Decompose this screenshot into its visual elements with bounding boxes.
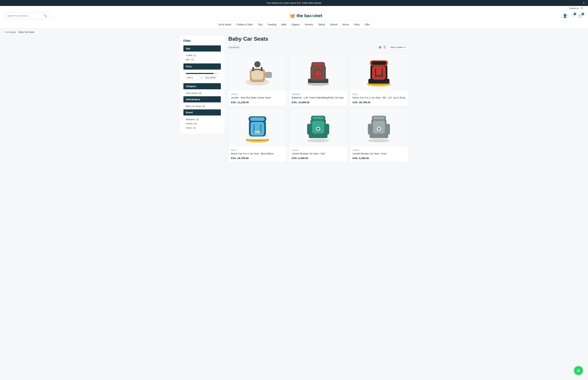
age-label-0-36m: 0-36M: [186, 54, 192, 57]
nav-item-school[interactable]: School: [330, 23, 337, 26]
text-resize-icon[interactable]: Tt: [581, 7, 583, 10]
svg-rect-27: [376, 75, 382, 77]
breadcrumb-separator: ›: [17, 31, 18, 33]
product-image-4: [228, 109, 286, 147]
main-header: 🔍 🧺 the bassinet 👤 ▾ ♡ 0 🛒 0: [0, 11, 588, 21]
filter-sidebar: Filter Age 0-36M (2) 0M+ (2) Price to Ca…: [180, 36, 224, 133]
brand-filter-header[interactable]: Brand: [183, 109, 221, 115]
svg-point-48: [368, 139, 390, 142]
category-filter-header[interactable]: Category: [183, 83, 221, 89]
cart-button[interactable]: 🛒 0: [578, 14, 583, 18]
age-filter-header[interactable]: Age: [183, 45, 221, 52]
svg-point-6: [254, 61, 261, 67]
sort-dropdown[interactable]: Select Option ▾: [388, 45, 408, 50]
product-card-4[interactable]: Nurtur Nurtur Car 4-in-1 Car Seat - Blue…: [228, 109, 286, 162]
brand-filter-babyauto[interactable]: Babyauto (2): [183, 117, 221, 121]
product-card-3[interactable]: Nurtur Nurtur Car 4-in-1 Car Seat - 0M -…: [350, 53, 408, 106]
product-info-3: Nurtur Nurtur Car 4-in-1 Car Seat - 0M -…: [350, 91, 408, 106]
svg-point-55: [378, 128, 380, 130]
svg-rect-51: [386, 124, 390, 135]
product-brand-5: Lionelo: [292, 149, 344, 152]
nav-item-out-about[interactable]: Out & About: [218, 23, 231, 26]
product-card-5[interactable]: Lionelo Lionelo Booster Car Seat - Teal …: [289, 109, 347, 162]
product-price-4: KSh. 28,799.00: [231, 157, 284, 160]
nav-item-bath[interactable]: Bath: [281, 23, 286, 26]
logo-icon: 🧺: [290, 13, 295, 18]
age-count-0-36m: (2): [193, 54, 196, 57]
category-title: Baby Car Seats: [228, 36, 268, 42]
user-account-button[interactable]: 👤 ▾: [563, 14, 568, 18]
search-icon[interactable]: 🔍: [44, 14, 47, 17]
sort-chevron-icon: ▾: [405, 46, 406, 48]
product-image-1: [228, 53, 286, 91]
product-brand-2: Babyauto: [292, 93, 344, 95]
nav-item-toys[interactable]: Toys: [258, 23, 263, 26]
price-max-input[interactable]: [204, 76, 217, 80]
category-filter-out-about[interactable]: Out & About (8): [183, 91, 221, 95]
breadcrumb-current: Baby Car Seats: [19, 31, 34, 33]
grid-view-button[interactable]: ⊞: [379, 45, 381, 49]
product-info-5: Lionelo Lionelo Booster Car Seat - Teal …: [289, 147, 347, 162]
sort-label: Select Option: [390, 46, 404, 48]
products-count: 8 products: [228, 46, 239, 49]
product-name-2: Babyauto - Lolo Travel Infant/Baby/Kids …: [292, 96, 344, 99]
subcategory-filter-header[interactable]: Subcategory: [183, 96, 221, 102]
price-range-container: to: [183, 71, 221, 81]
search-input[interactable]: [7, 15, 42, 17]
product-card-1[interactable]: Lionelo Lionelo - Noa Plus Baby Carrier …: [228, 53, 286, 106]
svg-rect-22: [372, 66, 386, 80]
nav-item-mums[interactable]: Mums: [342, 23, 349, 26]
product-name-4: Nurtur Car 4-in-1 Car Seat - Blue Editio…: [231, 152, 284, 155]
main-nav: Out & About Clothes & Style Toys Feeding…: [0, 21, 588, 28]
category-label-out-about: Out & About: [186, 92, 198, 95]
product-svg-5: [301, 111, 335, 145]
wishlist-button[interactable]: ♡ 0: [571, 14, 575, 18]
price-min-input[interactable]: [186, 76, 199, 80]
brand-filter-nurtur[interactable]: Nurtur (2): [183, 126, 221, 130]
svg-rect-24: [372, 61, 386, 65]
product-info-6: Lionelo Lionelo Booster Car Seat - Grey …: [350, 147, 408, 162]
contact-us-link[interactable]: Contact us: [569, 7, 579, 10]
product-price-2: KSh. 15,899.00: [292, 101, 344, 104]
age-filter-0-36m[interactable]: 0-36M (2): [183, 53, 221, 57]
nav-item-gifts[interactable]: Gifts: [365, 23, 370, 26]
price-slider[interactable]: [186, 73, 218, 74]
nav-item-safety[interactable]: Safety: [318, 23, 325, 26]
product-price-3: KSh. 28,799.00: [353, 101, 405, 104]
svg-point-45: [317, 128, 319, 130]
product-image-3: [350, 53, 408, 91]
price-inputs: to: [186, 76, 218, 80]
brand-label-lionelo: Lionelo: [186, 122, 193, 125]
nav-item-clothes-style[interactable]: Clothes & Style: [236, 23, 253, 26]
site-logo[interactable]: 🧺 the bassinet: [290, 13, 322, 18]
age-filter-0m-plus[interactable]: 0M+ (2): [183, 57, 221, 62]
subcategory-count-baby-car-seats: (8): [202, 105, 205, 108]
product-name-6: Lionelo Booster Car Seat - Grey: [353, 152, 405, 155]
list-view-button[interactable]: ☰: [383, 45, 386, 49]
close-icon[interactable]: ×: [583, 1, 585, 5]
logo-area: 🧺 the bassinet: [53, 13, 559, 18]
product-card-2[interactable]: Babyauto Babyauto - Lolo Travel Infant/B…: [289, 53, 347, 106]
breadcrumb-home[interactable]: Homepage: [5, 31, 16, 33]
product-card-6[interactable]: Lionelo Lionelo Booster Car Seat - Grey …: [350, 109, 408, 162]
nav-item-diapers[interactable]: Diapers: [291, 23, 300, 26]
product-grid: Lionelo Lionelo - Noa Plus Baby Carrier …: [228, 53, 408, 162]
brand-label-babyauto: Babyauto: [186, 118, 195, 121]
nav-item-nursery[interactable]: Nursery: [305, 23, 313, 26]
announcement-text: Free delivery for orders above Ksh. 5,00…: [267, 2, 322, 4]
brand-filter-lionelo[interactable]: Lionelo (4): [183, 121, 221, 126]
price-filter-header[interactable]: Price: [183, 63, 221, 70]
nav-item-party[interactable]: Party: [354, 23, 360, 26]
products-count-row: 8 products ⊞ ☰ Select Option ▾: [228, 45, 408, 50]
product-name-3: Nurtur Car 4-in-1 Car Seat - 0M - 12Y- u…: [353, 96, 405, 99]
nav-item-feeding[interactable]: Feeding: [268, 23, 276, 26]
svg-point-15: [315, 71, 321, 77]
subcategory-filter-baby-car-seats[interactable]: Baby Car Seats (8): [183, 104, 221, 108]
user-icon: 👤: [563, 14, 567, 18]
product-brand-4: Nurtur: [231, 149, 284, 152]
search-area[interactable]: 🔍: [5, 13, 49, 19]
product-svg-4: [240, 111, 274, 145]
price-to-label: to: [201, 76, 203, 79]
cart-badge: 0: [582, 13, 584, 15]
svg-point-38: [307, 139, 329, 142]
